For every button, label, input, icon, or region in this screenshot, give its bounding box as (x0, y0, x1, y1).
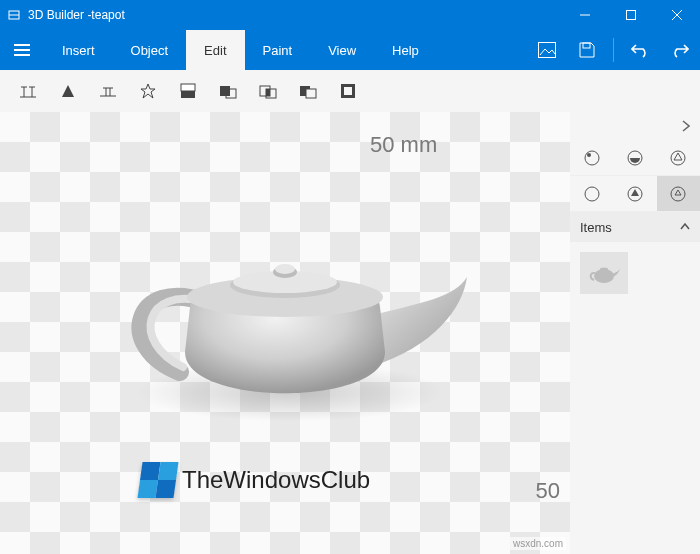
svg-marker-43 (631, 189, 639, 196)
shading-mode-6[interactable] (657, 176, 700, 212)
hamburger-menu[interactable] (0, 30, 44, 70)
svg-point-36 (585, 151, 599, 165)
svg-rect-3 (627, 11, 636, 20)
svg-rect-30 (344, 87, 352, 95)
undo-icon[interactable] (620, 30, 660, 70)
svg-rect-23 (220, 86, 230, 96)
svg-rect-28 (306, 89, 316, 98)
shading-mode-2[interactable] (613, 140, 656, 176)
shading-mode-4[interactable] (570, 176, 613, 212)
svg-point-47 (600, 268, 608, 271)
window-title: 3D Builder -teapot (28, 8, 562, 22)
subtract-tool-icon[interactable] (288, 70, 328, 112)
menu-bar: Insert Object Edit Paint View Help (0, 30, 700, 70)
side-panel: Items (570, 112, 700, 554)
chevron-up-icon (680, 223, 690, 231)
maximize-button[interactable] (608, 0, 654, 30)
edit-toolbar (0, 70, 700, 112)
menu-paint[interactable]: Paint (245, 30, 311, 70)
shading-mode-row-1 (570, 140, 700, 176)
emboss-tool-icon[interactable] (128, 70, 168, 112)
title-bar: 3D Builder -teapot (0, 0, 700, 30)
menu-insert[interactable]: Insert (44, 30, 113, 70)
watermark-text: TheWindowsClub (182, 466, 370, 494)
items-header[interactable]: Items (570, 212, 700, 242)
chevron-right-icon (682, 120, 690, 132)
svg-point-35 (275, 264, 295, 274)
menu-help[interactable]: Help (374, 30, 437, 70)
svg-rect-9 (539, 43, 556, 58)
menu-view[interactable]: View (310, 30, 374, 70)
source-badge: wsxdn.com (510, 537, 566, 550)
svg-rect-27 (266, 89, 270, 96)
svg-point-46 (594, 269, 614, 283)
ruler-label-right: 50 (536, 478, 560, 504)
shading-mode-row-2 (570, 176, 700, 212)
shading-mode-5[interactable] (613, 176, 656, 212)
menu-edit[interactable]: Edit (186, 30, 244, 70)
watermark-logo-icon (137, 462, 178, 498)
svg-point-41 (585, 187, 599, 201)
watermark: TheWindowsClub (140, 462, 370, 498)
intersect-tool-icon[interactable] (248, 70, 288, 112)
contrast-tool-icon[interactable] (168, 70, 208, 112)
svg-rect-22 (181, 84, 195, 91)
item-thumbnail-teapot[interactable] (580, 252, 628, 294)
redo-icon[interactable] (660, 30, 700, 70)
merge-tool-icon[interactable] (208, 70, 248, 112)
collapse-panel-button[interactable] (570, 112, 700, 140)
app-icon (0, 8, 28, 22)
svg-marker-16 (62, 85, 74, 97)
hollow-tool-icon[interactable] (328, 70, 368, 112)
save-icon[interactable] (567, 30, 607, 70)
svg-marker-40 (674, 153, 682, 160)
plane-tool-icon[interactable] (88, 70, 128, 112)
shading-mode-1[interactable] (570, 140, 613, 176)
svg-marker-45 (675, 190, 681, 195)
shading-mode-3[interactable] (657, 140, 700, 176)
minimize-button[interactable] (562, 0, 608, 30)
menu-object[interactable]: Object (113, 30, 187, 70)
simplify-tool-icon[interactable] (48, 70, 88, 112)
ruler-label-top: 50 mm (370, 132, 437, 158)
image-icon[interactable] (527, 30, 567, 70)
viewport[interactable]: 50 mm 50 (0, 112, 570, 554)
split-tool-icon[interactable] (8, 70, 48, 112)
items-label: Items (580, 220, 612, 235)
close-button[interactable] (654, 0, 700, 30)
workspace: 50 mm 50 (0, 112, 700, 554)
svg-rect-10 (583, 43, 590, 48)
teapot-object[interactable] (95, 207, 475, 427)
svg-point-37 (587, 153, 591, 157)
